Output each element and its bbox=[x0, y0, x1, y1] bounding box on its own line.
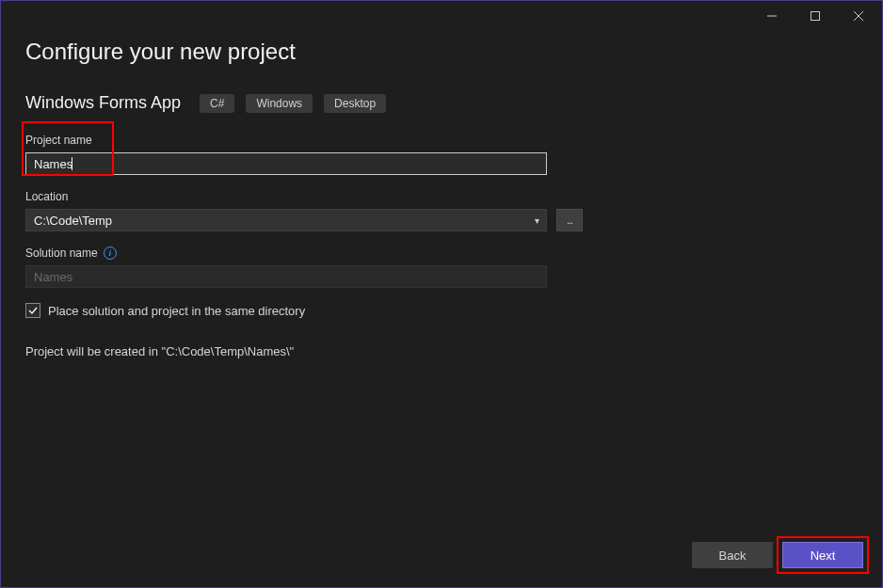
browse-label: ... bbox=[567, 215, 572, 226]
maximize-icon bbox=[811, 11, 820, 21]
tag-desktop: Desktop bbox=[324, 94, 386, 113]
info-icon[interactable]: i bbox=[104, 246, 117, 260]
next-button-label: Next bbox=[811, 548, 836, 563]
solution-name-input: Names bbox=[25, 265, 547, 288]
solution-name-placeholder: Names bbox=[34, 270, 72, 284]
svg-rect-1 bbox=[811, 12, 820, 21]
creation-info-text: Project will be created in "C:\Code\Temp… bbox=[25, 344, 858, 358]
same-directory-checkbox[interactable] bbox=[25, 303, 40, 318]
project-name-label: Project name bbox=[25, 134, 858, 147]
solution-name-group: Solution name i Names bbox=[25, 246, 858, 288]
footer-buttons: Back Next bbox=[692, 542, 863, 568]
location-group: Location C:\Code\Temp ▾ ... bbox=[25, 190, 858, 231]
template-name: Windows Forms App bbox=[25, 93, 181, 113]
title-bar bbox=[1, 1, 882, 31]
minimize-button[interactable] bbox=[750, 2, 794, 30]
maximize-button[interactable] bbox=[794, 2, 837, 30]
text-cursor bbox=[72, 157, 72, 170]
same-directory-row[interactable]: Place solution and project in the same d… bbox=[25, 303, 858, 318]
project-name-value: Names bbox=[34, 157, 72, 171]
browse-button[interactable]: ... bbox=[556, 209, 583, 231]
tag-windows: Windows bbox=[246, 94, 313, 113]
location-select-wrap: C:\Code\Temp ▾ bbox=[25, 209, 547, 231]
same-directory-label: Place solution and project in the same d… bbox=[48, 304, 305, 318]
location-select[interactable]: C:\Code\Temp bbox=[25, 209, 547, 231]
close-icon bbox=[854, 11, 863, 21]
page-title: Configure your new project bbox=[25, 39, 858, 65]
tag-csharp: C# bbox=[200, 94, 234, 113]
next-button[interactable]: Next bbox=[782, 542, 863, 568]
content-area: Configure your new project Windows Forms… bbox=[1, 31, 882, 358]
back-button[interactable]: Back bbox=[692, 542, 773, 568]
project-name-input[interactable]: Names bbox=[25, 152, 547, 175]
template-info-row: Windows Forms App C# Windows Desktop bbox=[25, 93, 858, 113]
location-label: Location bbox=[25, 190, 858, 203]
location-value: C:\Code\Temp bbox=[34, 214, 112, 228]
checkmark-icon bbox=[27, 305, 39, 316]
close-button[interactable] bbox=[837, 2, 880, 30]
back-button-label: Back bbox=[719, 548, 747, 563]
project-name-group: Project name Names bbox=[25, 134, 858, 175]
solution-name-label: Solution name bbox=[25, 246, 98, 260]
minimize-icon bbox=[767, 11, 777, 21]
